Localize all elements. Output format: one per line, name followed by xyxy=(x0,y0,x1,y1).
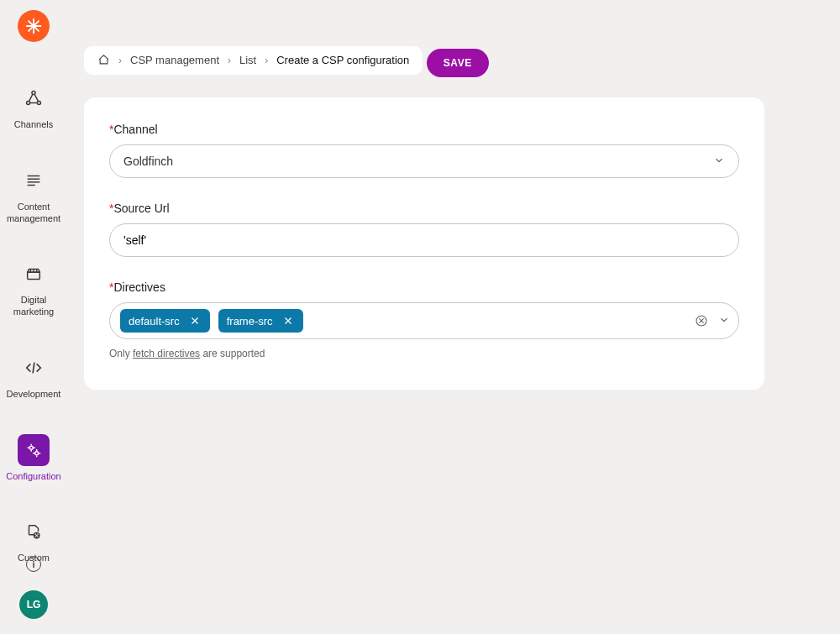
directives-helper-text: Only fetch directives are supported xyxy=(109,348,739,359)
field-channel: *Channel Goldfinch xyxy=(109,123,739,178)
directives-label: *Directives xyxy=(109,280,739,294)
directives-tagbox[interactable]: default-src frame-src xyxy=(109,302,739,339)
breadcrumb-separator: › xyxy=(228,55,231,66)
svg-point-6 xyxy=(27,101,30,104)
home-icon[interactable] xyxy=(97,54,110,66)
tag-remove-icon[interactable] xyxy=(281,314,295,327)
source-url-label: *Source Url xyxy=(109,202,739,215)
logo-asterisk-icon xyxy=(24,17,43,35)
breadcrumb: › CSP management › List › Create a CSP c… xyxy=(84,46,423,75)
breadcrumb-separator: › xyxy=(265,55,268,66)
save-button[interactable]: SAVE xyxy=(427,49,489,77)
field-directives: *Directives default-src frame-src xyxy=(109,280,739,359)
directive-tag-label: default-src xyxy=(129,315,180,327)
source-url-input-wrapper xyxy=(109,223,739,257)
configuration-icon xyxy=(18,434,50,466)
breadcrumb-separator: › xyxy=(118,55,122,66)
sidebar-item-content-management[interactable]: Content management xyxy=(0,165,67,225)
info-button[interactable]: i xyxy=(26,557,41,572)
form-card: *Channel Goldfinch *Source Url xyxy=(84,97,764,390)
user-avatar[interactable]: LG xyxy=(19,590,48,619)
svg-point-18 xyxy=(35,451,39,454)
sidebar-item-channels[interactable]: Channels xyxy=(0,82,67,131)
source-url-input[interactable] xyxy=(123,233,725,247)
digital-marketing-icon xyxy=(18,258,50,290)
chevron-down-icon xyxy=(713,155,725,169)
sidebar-item-label: Content management xyxy=(0,202,67,225)
directive-tag: default-src xyxy=(120,309,210,333)
breadcrumb-link-list[interactable]: List xyxy=(239,54,256,66)
content-management-icon xyxy=(18,165,50,196)
breadcrumb-link-csp-management[interactable]: CSP management xyxy=(130,54,219,66)
development-icon xyxy=(18,352,50,384)
tag-remove-icon[interactable] xyxy=(188,314,202,327)
chevron-down-icon[interactable] xyxy=(718,314,730,328)
channels-icon xyxy=(18,82,50,114)
sidebar-item-label: Channels xyxy=(11,119,56,131)
breadcrumb-current: Create a CSP configuration xyxy=(276,54,409,66)
sidebar-item-label: Digital marketing xyxy=(0,295,67,318)
sidebar-item-label: Development xyxy=(3,389,65,401)
custom-icon xyxy=(18,516,50,548)
sidebar: Channels Content management xyxy=(0,0,67,634)
sidebar-item-digital-marketing[interactable]: Digital marketing xyxy=(0,258,67,318)
directive-tag: frame-src xyxy=(218,309,303,333)
svg-point-5 xyxy=(32,92,35,95)
sidebar-item-development[interactable]: Development xyxy=(0,352,67,401)
svg-line-16 xyxy=(33,362,34,373)
svg-point-7 xyxy=(37,101,40,104)
sidebar-item-configuration[interactable]: Configuration xyxy=(0,434,67,483)
directive-tag-label: frame-src xyxy=(227,315,273,327)
channel-label: *Channel xyxy=(109,123,739,136)
channel-select[interactable]: Goldfinch xyxy=(109,144,739,178)
sidebar-item-label: Configuration xyxy=(3,471,64,483)
svg-point-17 xyxy=(29,446,33,449)
field-source-url: *Source Url xyxy=(109,202,739,257)
svg-point-4 xyxy=(32,24,35,28)
main-content: › CSP management › List › Create a CSP c… xyxy=(67,0,840,634)
channel-select-value: Goldfinch xyxy=(123,155,173,168)
fetch-directives-link[interactable]: fetch directives xyxy=(133,348,200,359)
app-logo[interactable] xyxy=(18,10,50,42)
clear-all-icon[interactable] xyxy=(695,314,708,327)
